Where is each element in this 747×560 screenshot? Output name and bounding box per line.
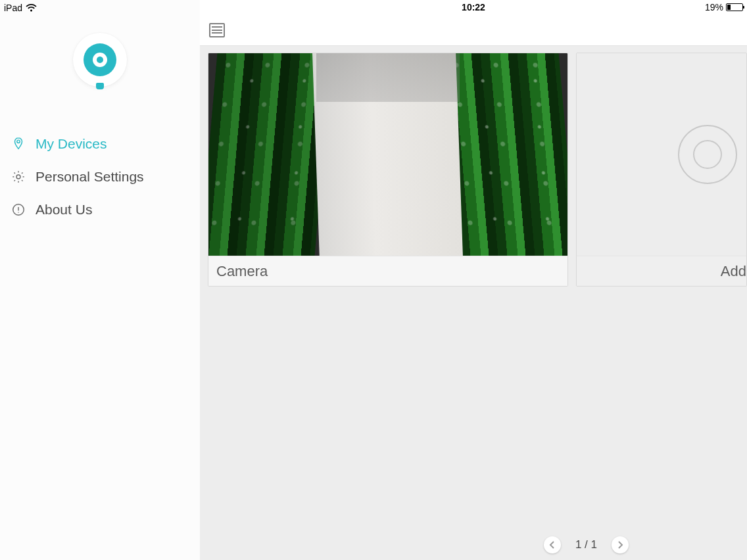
sidebar-item-label: About Us xyxy=(36,202,92,218)
status-time: 10:22 xyxy=(462,2,485,12)
pager-next-button[interactable] xyxy=(612,536,629,553)
device-card-label: Camera xyxy=(208,256,567,286)
sidebar-item-label: Personal Settings xyxy=(36,169,144,185)
camera-preview xyxy=(208,53,567,256)
status-battery: 19% xyxy=(705,2,743,12)
list-view-icon[interactable] xyxy=(209,23,225,37)
sidebar-item-my-devices[interactable]: My Devices xyxy=(0,128,200,160)
sidebar-nav: My Devices Personal Settings xyxy=(0,128,200,226)
svg-point-5 xyxy=(694,141,721,168)
pager-prev-button[interactable] xyxy=(544,536,561,553)
svg-point-0 xyxy=(17,140,20,143)
device-card-add-label: Add xyxy=(577,256,746,286)
sidebar-item-personal-settings[interactable]: Personal Settings xyxy=(0,160,200,193)
sidebar: My Devices Personal Settings xyxy=(0,0,200,560)
battery-icon xyxy=(726,3,743,11)
location-pin-icon xyxy=(11,136,26,152)
device-card-add[interactable]: Add xyxy=(576,53,747,287)
status-device-label: iPad xyxy=(4,3,22,13)
sidebar-item-about-us[interactable]: About Us xyxy=(0,193,200,226)
wifi-icon xyxy=(26,4,37,12)
svg-point-1 xyxy=(16,175,20,179)
topbar xyxy=(200,14,747,46)
pager-label: 1 / 1 xyxy=(575,538,597,551)
sidebar-item-label: My Devices xyxy=(36,136,107,152)
pager: 1 / 1 xyxy=(544,536,629,553)
device-card-camera[interactable]: Camera xyxy=(208,53,568,287)
main-panel: 10:22 19% Camera xyxy=(200,0,747,560)
status-bar: 10:22 19% xyxy=(200,0,747,14)
app-logo xyxy=(73,33,127,87)
status-battery-label: 19% xyxy=(705,2,723,12)
info-icon xyxy=(11,202,26,218)
status-device: iPad xyxy=(4,3,37,13)
gear-icon xyxy=(11,169,26,185)
camera-eye-icon xyxy=(84,43,116,76)
add-circle-icon xyxy=(678,125,737,184)
device-grid: Camera Add xyxy=(200,46,747,560)
svg-point-4 xyxy=(18,212,18,212)
